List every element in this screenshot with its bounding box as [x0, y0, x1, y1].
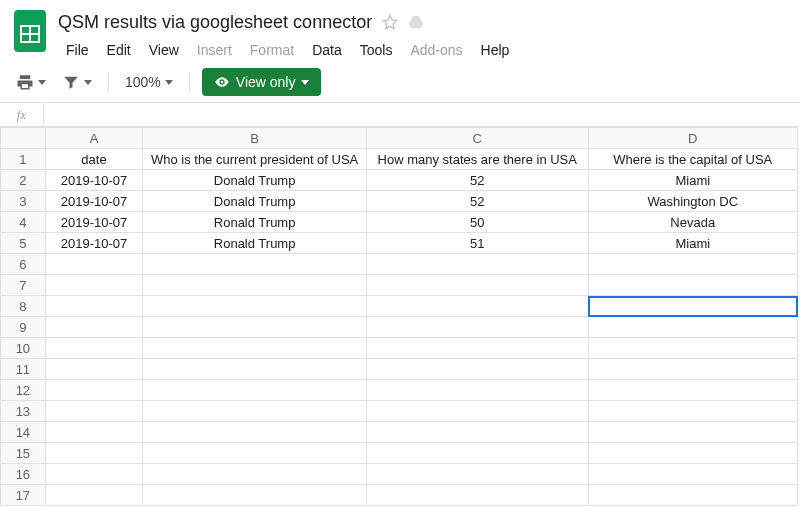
- row-header[interactable]: 4: [1, 212, 46, 233]
- row-header[interactable]: 12: [1, 380, 46, 401]
- cell[interactable]: [143, 485, 367, 506]
- document-title[interactable]: QSM results via googlesheet connector: [58, 12, 372, 33]
- cell[interactable]: [366, 443, 588, 464]
- cell[interactable]: Nevada: [588, 212, 797, 233]
- cell[interactable]: [588, 359, 797, 380]
- cell[interactable]: [143, 359, 367, 380]
- cell[interactable]: [143, 380, 367, 401]
- spreadsheet-grid[interactable]: ABCD 1dateWho is the current president o…: [0, 127, 800, 506]
- cell[interactable]: [45, 485, 143, 506]
- cell[interactable]: Who is the current president of USA: [143, 149, 367, 170]
- select-all-corner[interactable]: [1, 128, 46, 149]
- cell[interactable]: [143, 317, 367, 338]
- cell[interactable]: [366, 422, 588, 443]
- star-icon[interactable]: [382, 14, 398, 30]
- cell[interactable]: 50: [366, 212, 588, 233]
- cell[interactable]: 2019-10-07: [45, 191, 143, 212]
- cell[interactable]: [588, 401, 797, 422]
- cell[interactable]: 2019-10-07: [45, 233, 143, 254]
- cell[interactable]: [588, 296, 797, 317]
- menu-format[interactable]: Format: [242, 38, 302, 62]
- cell[interactable]: [588, 380, 797, 401]
- row-header[interactable]: 5: [1, 233, 46, 254]
- cell[interactable]: [588, 317, 797, 338]
- cell[interactable]: [45, 275, 143, 296]
- cell[interactable]: 51: [366, 233, 588, 254]
- cell[interactable]: [366, 338, 588, 359]
- cell[interactable]: Washington DC: [588, 191, 797, 212]
- cell[interactable]: [45, 443, 143, 464]
- cell[interactable]: date: [45, 149, 143, 170]
- cell[interactable]: [45, 254, 143, 275]
- cell[interactable]: Ronald Trump: [143, 233, 367, 254]
- cell[interactable]: [366, 254, 588, 275]
- cell[interactable]: [45, 359, 143, 380]
- cell[interactable]: [143, 254, 367, 275]
- cell[interactable]: [143, 338, 367, 359]
- print-button[interactable]: [12, 69, 50, 95]
- cell[interactable]: [143, 401, 367, 422]
- cell[interactable]: [45, 464, 143, 485]
- menu-addons[interactable]: Add-ons: [402, 38, 470, 62]
- cell[interactable]: 2019-10-07: [45, 170, 143, 191]
- cell[interactable]: How many states are there in USA: [366, 149, 588, 170]
- cell[interactable]: [588, 443, 797, 464]
- row-header[interactable]: 2: [1, 170, 46, 191]
- cell[interactable]: 52: [366, 191, 588, 212]
- menu-tools[interactable]: Tools: [352, 38, 401, 62]
- row-header[interactable]: 1: [1, 149, 46, 170]
- row-header[interactable]: 9: [1, 317, 46, 338]
- column-header[interactable]: D: [588, 128, 797, 149]
- menu-data[interactable]: Data: [304, 38, 350, 62]
- cell[interactable]: Miami: [588, 233, 797, 254]
- row-header[interactable]: 17: [1, 485, 46, 506]
- column-header[interactable]: A: [45, 128, 143, 149]
- view-only-button[interactable]: View only: [202, 68, 322, 96]
- row-header[interactable]: 11: [1, 359, 46, 380]
- cell[interactable]: [588, 422, 797, 443]
- cell[interactable]: [366, 317, 588, 338]
- row-header[interactable]: 10: [1, 338, 46, 359]
- cell[interactable]: [45, 317, 143, 338]
- row-header[interactable]: 16: [1, 464, 46, 485]
- cell[interactable]: [45, 338, 143, 359]
- cell[interactable]: Donald Trump: [143, 170, 367, 191]
- column-header[interactable]: B: [143, 128, 367, 149]
- cell[interactable]: [45, 401, 143, 422]
- cell[interactable]: 52: [366, 170, 588, 191]
- drive-icon[interactable]: [408, 14, 424, 30]
- cell[interactable]: [366, 296, 588, 317]
- cell[interactable]: [588, 485, 797, 506]
- row-header[interactable]: 7: [1, 275, 46, 296]
- menu-file[interactable]: File: [58, 38, 97, 62]
- cell[interactable]: Where is the capital of USA: [588, 149, 797, 170]
- cell[interactable]: [143, 296, 367, 317]
- menu-edit[interactable]: Edit: [99, 38, 139, 62]
- zoom-dropdown[interactable]: 100%: [121, 74, 177, 90]
- cell[interactable]: [588, 464, 797, 485]
- row-header[interactable]: 13: [1, 401, 46, 422]
- cell[interactable]: [366, 401, 588, 422]
- menu-help[interactable]: Help: [473, 38, 518, 62]
- row-header[interactable]: 8: [1, 296, 46, 317]
- cell[interactable]: [366, 380, 588, 401]
- row-header[interactable]: 14: [1, 422, 46, 443]
- filter-button[interactable]: [58, 69, 96, 95]
- cell[interactable]: [366, 464, 588, 485]
- cell[interactable]: Miami: [588, 170, 797, 191]
- column-header[interactable]: C: [366, 128, 588, 149]
- row-header[interactable]: 3: [1, 191, 46, 212]
- row-header[interactable]: 15: [1, 443, 46, 464]
- cell[interactable]: [588, 275, 797, 296]
- cell[interactable]: [588, 338, 797, 359]
- cell[interactable]: 2019-10-07: [45, 212, 143, 233]
- cell[interactable]: [143, 275, 367, 296]
- cell[interactable]: Ronald Trump: [143, 212, 367, 233]
- cell[interactable]: [143, 422, 367, 443]
- cell[interactable]: [45, 296, 143, 317]
- sheets-app-icon[interactable]: [12, 8, 48, 54]
- cell[interactable]: [588, 254, 797, 275]
- menu-insert[interactable]: Insert: [189, 38, 240, 62]
- cell[interactable]: [366, 359, 588, 380]
- cell[interactable]: [45, 422, 143, 443]
